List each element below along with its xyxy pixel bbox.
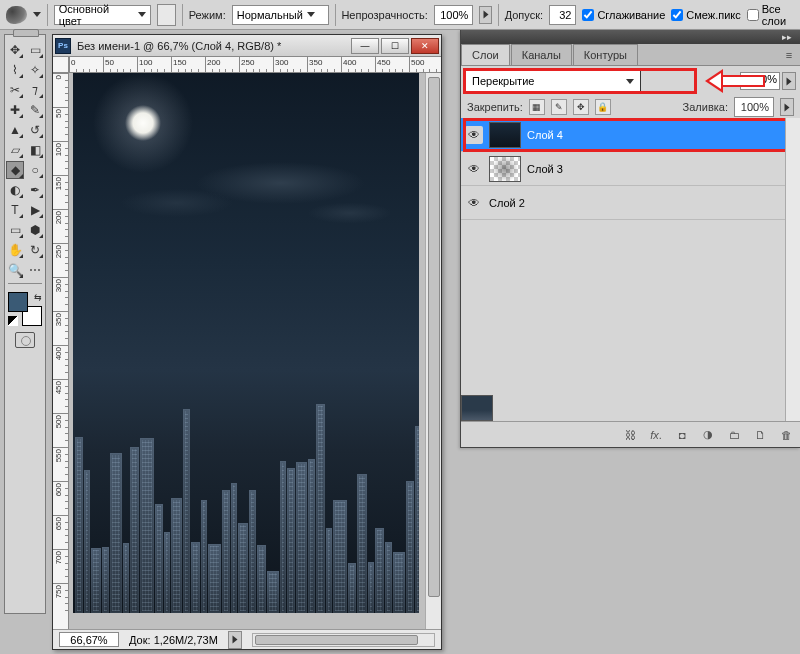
layer-blend-mode-dropdown[interactable]: Перекрытие: [465, 70, 641, 92]
antialias-checkbox[interactable]: Сглаживание: [582, 9, 665, 21]
eraser-tool[interactable]: ▱: [6, 141, 24, 159]
lock-position-icon[interactable]: ✥: [573, 99, 589, 115]
contiguous-checkbox[interactable]: Смеж.пикс: [671, 9, 740, 21]
horizontal-ruler[interactable]: 050100150200250300350400450500: [69, 57, 441, 73]
history-brush-tool[interactable]: ↺: [26, 121, 44, 139]
gradient-tool[interactable]: ◧: [26, 141, 44, 159]
toolbox-grip[interactable]: [13, 29, 39, 37]
blend-mode-dropdown[interactable]: Нормальный: [232, 5, 329, 25]
add-mask-icon[interactable]: ◘: [674, 427, 690, 443]
swap-colors-icon[interactable]: ⇆: [34, 292, 42, 302]
chevron-down-icon: [626, 79, 634, 84]
zoom-tool[interactable]: 🔍: [6, 261, 24, 279]
horizontal-scrollbar[interactable]: [252, 633, 435, 647]
pen-tool[interactable]: ✒: [26, 181, 44, 199]
chevron-down-icon: [307, 12, 315, 17]
blur-tool[interactable]: ○: [26, 161, 44, 179]
default-colors-icon[interactable]: [8, 316, 18, 326]
new-layer-icon[interactable]: 🗋: [752, 427, 768, 443]
type-tool[interactable]: T: [6, 201, 24, 219]
lock-label: Закрепить:: [467, 101, 523, 113]
scrollbar-thumb[interactable]: [255, 635, 418, 645]
fill-source-dropdown[interactable]: Основной цвет: [54, 5, 151, 25]
blend-mode-row: Перекрытие 100%: [461, 66, 800, 96]
visibility-toggle-icon[interactable]: 👁: [465, 194, 483, 212]
layer-row[interactable]: 👁 Слой 4: [461, 118, 800, 152]
tab-paths[interactable]: Контуры: [573, 44, 638, 65]
new-group-icon[interactable]: 🗀: [726, 427, 742, 443]
lock-all-icon[interactable]: 🔒: [595, 99, 611, 115]
paint-bucket-tool[interactable]: ◆: [6, 161, 24, 179]
fill-flyout-button[interactable]: [780, 98, 794, 116]
layer-thumbnail[interactable]: [461, 395, 493, 421]
brush-tool[interactable]: ✎: [26, 101, 44, 119]
visibility-toggle-icon[interactable]: 👁: [465, 160, 483, 178]
tab-channels[interactable]: Каналы: [511, 44, 572, 65]
ruler-origin[interactable]: [53, 57, 69, 73]
document-title-bar[interactable]: Ps Без имени-1 @ 66,7% (Слой 4, RGB/8) *…: [53, 35, 441, 57]
layer-thumbnail[interactable]: [489, 122, 521, 148]
zoom-input[interactable]: 66,67%: [59, 632, 119, 647]
fill-input[interactable]: 100%: [734, 97, 774, 117]
eyedropper-tool[interactable]: ⁊: [26, 81, 44, 99]
healing-brush-tool[interactable]: ✚: [6, 101, 24, 119]
layer-list: 👁 Слой 4 👁 Слой 3 👁 Слой 2: [461, 118, 800, 421]
3d-tool[interactable]: ⬢: [26, 221, 44, 239]
layers-panel: ▸▸ Слои Каналы Контуры ≡ Перекрытие 100%…: [460, 30, 800, 448]
separator: [47, 4, 48, 26]
hand-tool[interactable]: ✋: [6, 241, 24, 259]
crop-tool[interactable]: ✂: [6, 81, 24, 99]
opacity-input[interactable]: 100%: [434, 5, 474, 25]
separator: [498, 4, 499, 26]
visibility-toggle-icon[interactable]: 👁: [465, 126, 483, 144]
move-tool[interactable]: ✥: [6, 41, 24, 59]
panel-menu-button[interactable]: ≡: [778, 45, 800, 65]
vertical-ruler[interactable]: 0501001502002503003504004505005506006507…: [53, 73, 69, 629]
opacity-flyout-button[interactable]: [782, 72, 796, 90]
panel-header[interactable]: ▸▸: [461, 30, 800, 44]
status-bar: 66,67% Док: 1,26M/2,73M: [53, 629, 441, 649]
all-layers-checkbox[interactable]: Все слои: [747, 3, 800, 27]
minimize-button[interactable]: —: [351, 38, 379, 54]
shape-tool[interactable]: ▭: [6, 221, 24, 239]
extra-tool[interactable]: ⋯: [26, 261, 44, 279]
dodge-tool[interactable]: ◐: [6, 181, 24, 199]
marquee-tool[interactable]: ▭: [26, 41, 44, 59]
document-window: Ps Без имени-1 @ 66,7% (Слой 4, RGB/8) *…: [52, 34, 442, 650]
layer-name[interactable]: Слой 4: [527, 129, 563, 141]
layer-name[interactable]: Слой 3: [527, 163, 563, 175]
layer-row[interactable]: 👁 Слой 3: [461, 152, 800, 186]
status-flyout-button[interactable]: [228, 631, 242, 649]
color-swatches[interactable]: ⇆: [8, 292, 42, 326]
scrollbar-thumb[interactable]: [428, 77, 440, 597]
tolerance-input[interactable]: 32: [549, 5, 576, 25]
canvas[interactable]: [69, 73, 441, 629]
foreground-color-swatch[interactable]: [8, 292, 28, 312]
maximize-button[interactable]: ☐: [381, 38, 409, 54]
quick-mask-toggle[interactable]: [15, 332, 35, 348]
tool-preset-dropdown-icon[interactable]: [33, 12, 41, 17]
path-selection-tool[interactable]: ▶: [26, 201, 44, 219]
vertical-scrollbar[interactable]: [425, 73, 441, 629]
rotate-view-tool[interactable]: ↻: [26, 241, 44, 259]
lock-transparency-icon[interactable]: ▦: [529, 99, 545, 115]
layer-thumbnail[interactable]: [489, 156, 521, 182]
lock-pixels-icon[interactable]: ✎: [551, 99, 567, 115]
layer-fx-icon[interactable]: fx.: [648, 427, 664, 443]
pattern-swatch[interactable]: [157, 4, 176, 26]
adjustment-layer-icon[interactable]: ◑: [700, 427, 716, 443]
tolerance-label: Допуск:: [505, 9, 543, 21]
tab-layers[interactable]: Слои: [461, 44, 510, 65]
layer-name[interactable]: Слой 2: [489, 197, 525, 209]
close-button[interactable]: ✕: [411, 38, 439, 54]
magic-wand-tool[interactable]: ✧: [26, 61, 44, 79]
layer-row[interactable]: 👁 Слой 2: [461, 186, 800, 220]
mode-label: Режим:: [189, 9, 226, 21]
opacity-flyout-button[interactable]: [479, 6, 491, 24]
delete-layer-icon[interactable]: 🗑: [778, 427, 794, 443]
link-layers-icon[interactable]: ⛓: [622, 427, 638, 443]
panel-scrollbar[interactable]: [785, 118, 800, 421]
collapse-icon[interactable]: ▸▸: [778, 32, 796, 42]
clone-stamp-tool[interactable]: ▲: [6, 121, 24, 139]
lasso-tool[interactable]: ⌇: [6, 61, 24, 79]
